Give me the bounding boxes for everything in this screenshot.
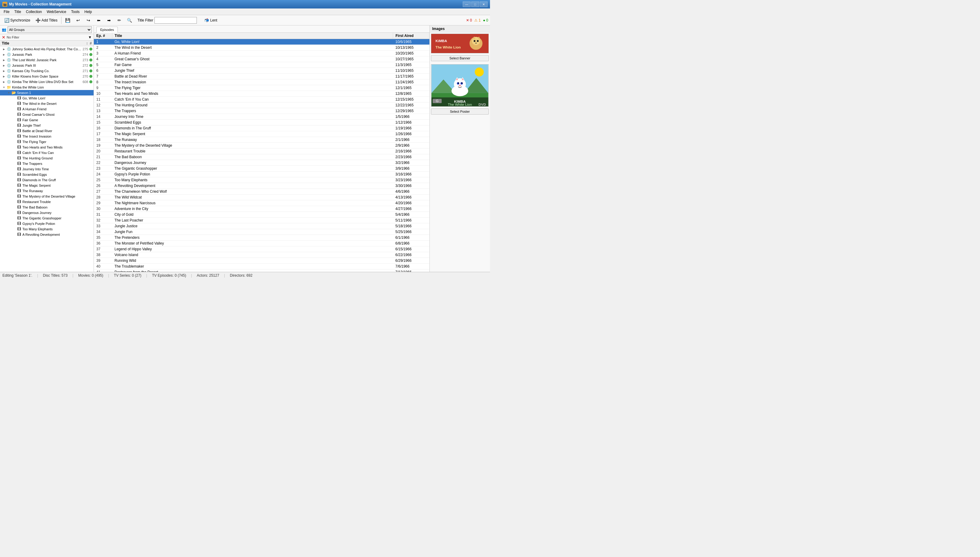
table-row[interactable]: 25Too Many Elephants3/23/1966	[94, 177, 430, 183]
tree-item-ep-two[interactable]: ▶ 🎞 Two Hearts and Two Minds	[0, 145, 94, 150]
lent-button[interactable]: 📬 Lent	[202, 17, 219, 23]
menu-title[interactable]: Title	[12, 9, 23, 15]
tree-item-lostworld[interactable]: ▶ 💿 The Lost World: Jurassic Park 273	[0, 57, 94, 63]
col-ep-num[interactable]: Ep. #	[94, 33, 112, 39]
table-row[interactable]: 3A Human Friend10/20/1965	[94, 50, 430, 56]
tree-item-ep-hunting[interactable]: ▶ 🎞 The Hunting Ground	[0, 155, 94, 161]
tree-item-ep-human[interactable]: ▶ 🎞 A Human Friend	[0, 106, 94, 112]
tree-item-ep-gigantic[interactable]: ▶ 🎞 The Gigantic Grasshopper	[0, 215, 94, 221]
table-row[interactable]: 30Adventure in the City4/27/1966	[94, 206, 430, 212]
toolbar-btn-4[interactable]: ⬅	[94, 16, 104, 24]
table-row[interactable]: 37Legend of Hippo Valley6/15/1966	[94, 246, 430, 252]
table-row[interactable]: 15Scrambled Eggs1/12/1966	[94, 120, 430, 125]
tree-item-ep-flying[interactable]: ▶ 🎞 The Flying Tiger	[0, 139, 94, 145]
table-row[interactable]: 16Diamonds in The Gruff1/19/1966	[94, 125, 430, 131]
select-banner-button[interactable]: Select Banner	[431, 55, 489, 61]
table-row[interactable]: 26A Revolting Development3/30/1966	[94, 183, 430, 189]
menu-tools[interactable]: Tools	[69, 9, 82, 15]
table-row[interactable]: 29The Nightmare Narcissus4/20/1966	[94, 200, 430, 206]
tree-item-ep-runaway[interactable]: ▶ 🎞 The Runaway	[0, 188, 94, 194]
tree-item-kimba-ultra[interactable]: ▶ 💿 Kimba The White Lion Ultra DVD Box S…	[0, 79, 94, 85]
table-row[interactable]: 38Volcano Island6/22/1966	[94, 252, 430, 258]
episodes-table-area[interactable]: Ep. # Title First Aired 1Go, White Lion!…	[94, 33, 430, 272]
tree-item-ep-scrambled[interactable]: ▶ 🎞 Scrambled Eggs	[0, 172, 94, 177]
tree-item-ep-trappers[interactable]: ▶ 🎞 The Trappers	[0, 161, 94, 166]
table-row[interactable]: 5Fair Game11/3/1965	[94, 62, 430, 68]
tree-item-ep-elephants[interactable]: ▶ 🎞 Too Many Elephants	[0, 226, 94, 232]
maximize-button[interactable]: □	[471, 2, 479, 7]
toolbar-btn-3[interactable]: ↪	[84, 16, 93, 24]
tree-item-ep-go[interactable]: ▶ 🎞 Go, White Lion!	[0, 96, 94, 101]
table-row[interactable]: 24Gypsy's Purple Potion3/16/1966	[94, 171, 430, 177]
expand-icon-kimba[interactable]: ▼	[2, 86, 6, 89]
table-row[interactable]: 13The Trappers12/29/1965	[94, 108, 430, 114]
table-row[interactable]: 9The Flying Tiger12/1/1965	[94, 85, 430, 91]
close-button[interactable]: ✕	[480, 2, 488, 7]
title-bar-controls[interactable]: — □ ✕	[463, 2, 488, 7]
tree-item-ep-baboon[interactable]: ▶ 🎞 The Bad Baboon	[0, 205, 94, 210]
col-title[interactable]: Title	[112, 33, 393, 39]
tree-item-ep-dangerous[interactable]: ▶ 🎞 Dangerous Journey	[0, 210, 94, 215]
filter-settings-icon[interactable]: ▼	[88, 35, 92, 39]
filter-clear-icon[interactable]: ✕	[2, 35, 5, 40]
table-row[interactable]: 34Jungle Fun5/25/1966	[94, 229, 430, 235]
table-row[interactable]: 11Catch 'Em if You Can12/15/1965	[94, 97, 430, 103]
table-row[interactable]: 31City of Gold5/4/1966	[94, 212, 430, 218]
tree-area[interactable]: ▶ 💿 Johnny Sokko And His Flying Robot: T…	[0, 46, 94, 272]
table-row[interactable]: 2The Wind in the Desert10/13/1965	[94, 45, 430, 50]
table-row[interactable]: 12The Hunting Ground12/22/1965	[94, 103, 430, 108]
table-row[interactable]: 33Jungle Justice5/18/1966	[94, 223, 430, 229]
tree-item-ep-insect[interactable]: ▶ 🎞 The Insect Invasion	[0, 134, 94, 139]
menu-help[interactable]: Help	[82, 9, 94, 15]
tree-item-ep-diamonds[interactable]: ▶ 🎞 Diamonds in The Gruff	[0, 177, 94, 183]
table-row[interactable]: 1Go, White Lion!10/6/1965	[94, 39, 430, 45]
table-row[interactable]: 22Dangerous Journey3/2/1966	[94, 160, 430, 166]
toolbar-btn-2[interactable]: ↩	[73, 16, 83, 24]
col-first-aired[interactable]: First Aired	[393, 33, 430, 39]
toolbar-btn-7[interactable]: 🔍	[125, 16, 135, 24]
tree-item-ep-gypsy[interactable]: ▶ 🎞 Gypsy's Purple Potion	[0, 221, 94, 226]
expand-icon[interactable]: ▶	[2, 81, 6, 83]
tree-item-ep-catch[interactable]: ▶ 🎞 Catch 'Em if You Can	[0, 150, 94, 155]
tree-item-kimba[interactable]: ▼ 📁 Kimba the White Lion	[0, 85, 94, 90]
title-filter-input[interactable]	[154, 17, 197, 24]
table-row[interactable]: 4Great Caesar's Ghost10/27/1965	[94, 56, 430, 62]
table-row[interactable]: 8The Insect Invasion11/24/1965	[94, 80, 430, 85]
table-row[interactable]: 20Restaurant Trouble2/16/1966	[94, 148, 430, 154]
tree-item-ep-fair[interactable]: ▶ 🎞 Fair Game	[0, 117, 94, 123]
expand-icon[interactable]: ▶	[2, 70, 6, 72]
tree-item-ep-jungle[interactable]: ▶ 🎞 Jungle Thief	[0, 123, 94, 128]
table-row[interactable]: 6Jungle Thief11/10/1965	[94, 68, 430, 73]
synchronize-button[interactable]: 🔄 Synchronize	[2, 16, 32, 24]
table-row[interactable]: 27The Chameleon Who Cried Wolf4/6/1966	[94, 189, 430, 195]
table-row[interactable]: 32The Last Poacher5/11/1966	[94, 218, 430, 223]
tree-item-johnny[interactable]: ▶ 💿 Johnny Sokko And His Flying Robot: T…	[0, 46, 94, 52]
tree-item-ep-journey[interactable]: ▶ 🎞 Journey Into Time	[0, 166, 94, 172]
table-row[interactable]: 21The Bad Baboon2/23/1966	[94, 154, 430, 160]
tree-item-ep-mystery[interactable]: ▶ 🎞 The Mystery of the Deserted Village	[0, 194, 94, 199]
expand-icon-johnny[interactable]: ▶	[2, 48, 6, 50]
tab-episodes[interactable]: Episodes	[96, 27, 118, 33]
table-row[interactable]: 7Battle at Dead River11/17/1965	[94, 73, 430, 80]
menu-webservice[interactable]: WebService	[44, 9, 68, 15]
tree-item-ep-revolting[interactable]: ▶ 🎞 A Revolting Development	[0, 232, 94, 237]
tree-item-killer[interactable]: ▶ 💿 Killer Klowns from Outer Space 270	[0, 73, 94, 79]
expand-icon-season1[interactable]: ▼	[6, 91, 11, 94]
table-row[interactable]: 17The Magic Serpent1/26/1966	[94, 131, 430, 137]
group-select[interactable]: All Groups	[8, 26, 92, 33]
expand-icon[interactable]: ▶	[2, 53, 6, 56]
tree-item-ep-restaurant[interactable]: ▶ 🎞 Restaurant Trouble	[0, 199, 94, 205]
add-titles-button[interactable]: ➕ Add Titles	[33, 16, 60, 24]
expand-icon[interactable]: ▶	[2, 64, 6, 67]
table-row[interactable]: 39Running Wild6/29/1966	[94, 258, 430, 264]
tree-item-kansas[interactable]: ▶ 💿 Kansas City Trucking Co. 271	[0, 68, 94, 73]
table-row[interactable]: 23The Gigantic Grasshopper3/9/1966	[94, 166, 430, 171]
menu-file[interactable]: File	[1, 9, 12, 15]
expand-icon[interactable]: ▶	[2, 59, 6, 62]
expand-icon[interactable]: ▶	[2, 75, 6, 78]
tree-item-ep-caesar[interactable]: ▶ 🎞 Great Caesar's Ghost	[0, 112, 94, 117]
table-row[interactable]: 19The Mystery of the Deserted Village2/9…	[94, 143, 430, 148]
table-row[interactable]: 28The Wild Wildcat4/13/1966	[94, 195, 430, 200]
table-row[interactable]: 41Destroyers from the Desert7/13/1966	[94, 269, 430, 272]
tree-item-ep-battle[interactable]: ▶ 🎞 Battle at Dead River	[0, 128, 94, 134]
